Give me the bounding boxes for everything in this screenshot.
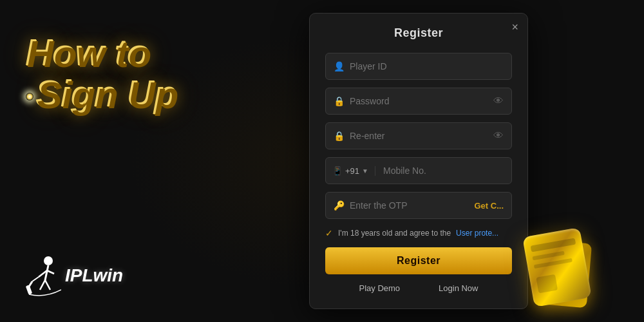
play-demo-link[interactable]: Play Demo [359,283,400,293]
mobile-group: 📱 +91 ▼ [325,157,512,184]
agreement-row: ✓ I'm 18 years old and agree to the User… [325,228,512,238]
svg-rect-9 [531,238,576,252]
country-code-selector[interactable]: 📱 +91 ▼ [326,166,375,176]
login-now-link[interactable]: Login Now [439,283,478,293]
gold-decoration [528,232,586,303]
register-modal: × Register 👤 🔒 👁 🔒 👁 [309,13,528,309]
country-code-value: +91 [345,166,359,176]
svg-rect-10 [533,251,565,261]
gold-card-front [522,227,592,307]
reenter-group: 🔒 👁 [325,122,512,149]
lock-icon: 🔒 [334,96,345,106]
player-id-input[interactable] [350,61,504,71]
password-group: 🔒 👁 [325,88,512,115]
password-input[interactable] [350,96,488,106]
register-button[interactable]: Register [325,247,512,274]
get-otp-button[interactable]: Get C... [474,201,504,211]
key-icon: 🔑 [334,200,345,211]
modal-footer: Play Demo Login Now [325,283,512,293]
password-wrapper: 🔒 👁 [325,88,512,115]
otp-input[interactable] [350,200,469,211]
otp-group: 🔑 Get C... [325,192,512,219]
agreement-text: I'm 18 years old and agree to the [338,229,451,238]
lock-icon-2: 🔒 [334,131,345,141]
mobile-input[interactable] [375,166,511,176]
eye-slash-icon-2[interactable]: 👁 [493,130,504,142]
eye-slash-icon[interactable]: 👁 [493,95,504,107]
chevron-down-icon: ▼ [362,167,368,175]
person-icon: 👤 [334,61,345,71]
player-id-wrapper: 👤 [325,53,512,80]
phone-wrapper: 📱 +91 ▼ [325,157,512,184]
phone-icon: 📱 [332,166,343,176]
player-id-group: 👤 [325,53,512,80]
reenter-input[interactable] [350,131,488,141]
svg-rect-11 [534,258,573,269]
modal-title: Register [325,26,512,40]
user-protection-link[interactable]: User prote... [456,229,498,238]
close-button[interactable]: × [511,21,518,33]
svg-rect-12 [536,274,558,294]
reenter-wrapper: 🔒 👁 [325,122,512,149]
otp-wrapper: 🔑 Get C... [325,192,512,219]
checkmark-icon: ✓ [325,228,333,238]
